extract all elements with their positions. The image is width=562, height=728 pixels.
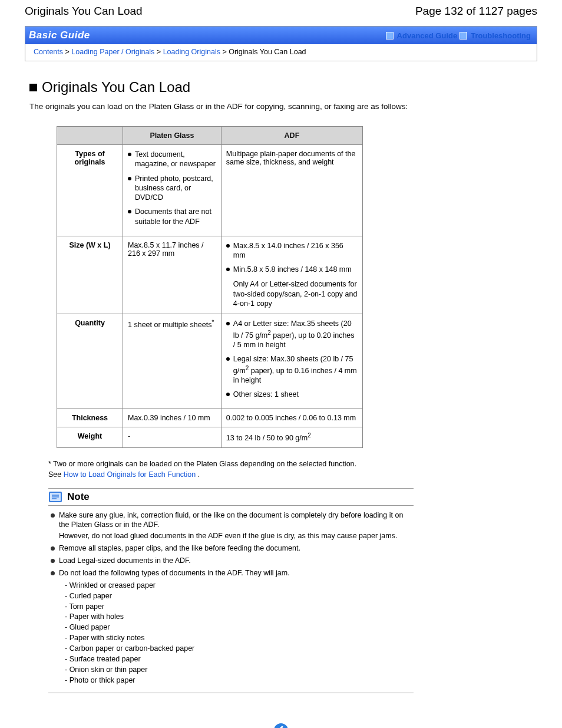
- intro-text: The originals you can load on the Platen…: [29, 101, 430, 112]
- crumb-loading-paper[interactable]: Loading Paper / Originals: [71, 48, 154, 56]
- list-item: Do not load the following types of docum…: [48, 568, 414, 686]
- crumb-current: Originals You Can Load: [229, 48, 306, 56]
- crumb-contents[interactable]: Contents: [34, 48, 63, 56]
- table-row: Size (W x L) Max.8.5 x 11.7 inches / 216…: [57, 236, 363, 314]
- breadcrumb: Contents > Loading Paper / Originals > L…: [25, 44, 537, 61]
- note-title: Note: [67, 491, 90, 503]
- square-icon: [386, 32, 394, 39]
- table-row: Weight - 13 to 24 lb / 50 to 90 g/m2: [57, 427, 363, 447]
- crumb-loading-originals[interactable]: Loading Originals: [163, 48, 220, 56]
- link-how-to-load[interactable]: How to Load Originals for Each Function: [64, 470, 196, 479]
- list-item: Remove all staples, paper clips, and the…: [48, 543, 414, 554]
- see-line: See How to Load Originals for Each Funct…: [48, 470, 535, 479]
- link-troubleshooting[interactable]: Troubleshooting: [471, 31, 531, 40]
- link-advanced-guide[interactable]: Advanced Guide: [397, 31, 458, 40]
- col-adf: ADF: [221, 127, 362, 145]
- list-item: Load Legal-sized documents in the ADF.: [48, 556, 414, 566]
- section-heading: Originals You Can Load: [42, 79, 190, 95]
- list-item: Make sure any glue, ink, correction flui…: [48, 510, 414, 542]
- square-icon: [459, 32, 467, 39]
- note-icon: [48, 491, 62, 503]
- table-row: Thickness Max.0.39 inches / 10 mm 0.002 …: [57, 409, 363, 427]
- back-button[interactable]: [27, 723, 535, 728]
- page-title: Originals You Can Load: [25, 5, 143, 18]
- guide-banner: Basic Guide Advanced Guide Troubleshooti…: [25, 27, 537, 44]
- square-bullet-icon: [29, 84, 37, 91]
- table-row: Quantity 1 sheet or multiple sheets* A4 …: [57, 314, 363, 409]
- col-platen: Platen Glass: [123, 127, 222, 145]
- footnote: * Two or more originals can be loaded on…: [48, 460, 535, 468]
- guide-title: Basic Guide: [29, 29, 90, 41]
- table-row: Types of originals Text document, magazi…: [57, 145, 363, 236]
- page-indicator: Page 132 of 1127 pages: [415, 5, 537, 18]
- note-list: Make sure any glue, ink, correction flui…: [48, 510, 414, 693]
- spec-table: Platen Glass ADF Types of originals Text…: [57, 126, 363, 447]
